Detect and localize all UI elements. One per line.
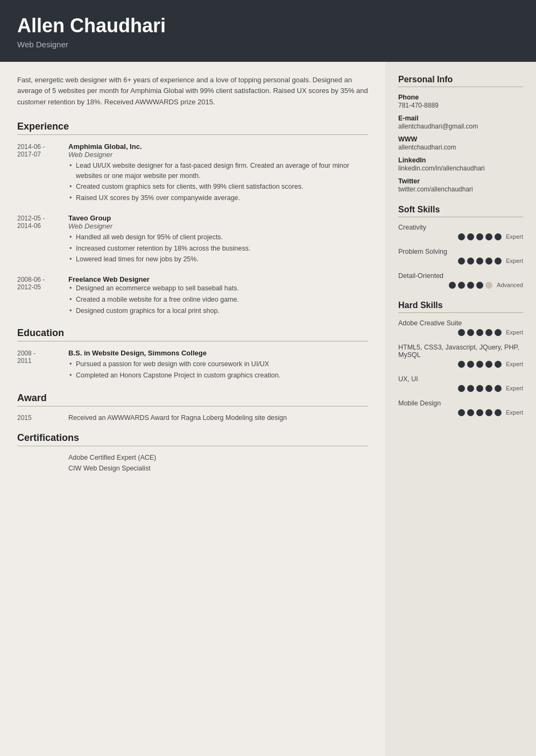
skill-dots-row: Expert	[398, 258, 523, 265]
skill-name: Problem Solving	[398, 248, 523, 255]
linkedin-value: linkedin.com/in/allenchaudhari	[398, 165, 523, 172]
skill-dot-filled	[458, 385, 465, 392]
www-item: WWW allentchaudhari.com	[398, 135, 523, 151]
skill-name: Detail-Oriented	[398, 272, 523, 280]
skill-dot-filled	[476, 282, 483, 289]
skill-level-label: Expert	[506, 409, 523, 416]
candidate-title: Web Designer	[17, 40, 519, 49]
award-text: Received an AWWWARDS Award for Ragna Lob…	[68, 414, 368, 422]
skill-item: UX, UIExpert	[398, 375, 523, 392]
award-section: Award 2015Received an AWWWARDS Award for…	[17, 393, 368, 422]
skill-dot-filled	[467, 329, 474, 336]
summary-text: Fast, energetic web designer with 6+ yea…	[17, 75, 368, 108]
main-layout: Fast, energetic web designer with 6+ yea…	[0, 62, 536, 756]
skill-dot-filled	[476, 385, 483, 392]
skill-dot-filled	[476, 361, 483, 368]
skill-dot-filled	[458, 409, 465, 416]
exp-bullet: Lead UI/UX website designer for a fast-p…	[68, 161, 368, 181]
skill-dot-filled	[485, 385, 492, 392]
skill-dot-filled	[476, 329, 483, 336]
www-value: allentchaudhari.com	[398, 144, 523, 151]
skill-dot-filled	[467, 385, 474, 392]
resume-page: Allen Chaudhari Web Designer Fast, energ…	[0, 0, 536, 756]
skill-dot-filled	[485, 361, 492, 368]
skill-dot-filled	[467, 361, 474, 368]
skill-dot-filled	[449, 282, 456, 289]
exp-bullet: Created custom graphics sets for clients…	[68, 182, 368, 192]
exp-bullet: Raised UX scores by 35% over companywide…	[68, 193, 368, 203]
skill-level-label: Expert	[506, 258, 523, 264]
experience-title: Experience	[17, 121, 368, 135]
certifications-title: Certifications	[17, 432, 368, 446]
skill-dot-filled	[476, 409, 483, 416]
skill-dot-filled	[495, 409, 502, 416]
exp-role: Web Designer	[68, 151, 368, 159]
exp-content: Freelance Web DesignerDesigned an ecomme…	[68, 275, 368, 317]
exp-dates: 2014-06 - 2017-07	[17, 142, 68, 204]
experience-entry: 2014-06 - 2017-07Amphimia Global, Inc.We…	[17, 142, 368, 204]
email-value: allentchaudhari@gmail.com	[398, 123, 523, 130]
skill-item: Mobile DesignExpert	[398, 400, 523, 416]
skill-dot-filled	[485, 409, 492, 416]
skill-item: CreativityExpert	[398, 224, 523, 240]
right-column: Personal Info Phone 781-470-8889 E-mail …	[385, 62, 536, 756]
cert-entry: CIW Web Design Specialist	[17, 465, 368, 472]
skill-item: Detail-OrientedAdvanced	[398, 272, 523, 289]
twitter-item: Twitter twitter.com/allenchaudhari	[398, 177, 523, 193]
experience-section: Experience 2014-06 - 2017-07Amphimia Glo…	[17, 121, 368, 317]
skill-dots-row: Advanced	[398, 282, 523, 289]
skill-level-label: Expert	[506, 385, 523, 391]
cert-entry: Adobe Certified Expert (ACE)	[17, 454, 368, 461]
exp-company: Taveo Group	[68, 214, 368, 222]
skill-dot-filled	[476, 233, 483, 240]
exp-content: Amphimia Global, Inc.Web DesignerLead UI…	[68, 142, 368, 204]
skill-name: Creativity	[398, 224, 523, 231]
skill-dot-filled	[495, 385, 502, 392]
skill-dot-filled	[467, 409, 474, 416]
education-title: Education	[17, 327, 368, 341]
exp-bullet: Created a mobile website for a free onli…	[68, 295, 368, 305]
twitter-label: Twitter	[398, 177, 523, 185]
hard-skills-section: Hard Skills Adobe Creative SuiteExpertHT…	[398, 301, 523, 416]
exp-bullet: Increased customer retention by 18% acro…	[68, 244, 368, 254]
edu-bullet: Pursued a passion for web design with co…	[68, 359, 368, 369]
education-section: Education 2008 - 2011B.S. in Website Des…	[17, 327, 368, 382]
email-item: E-mail allentchaudhari@gmail.com	[398, 115, 523, 130]
skill-item: HTML5, CSS3, Javascript, JQuery, PHP, My…	[398, 344, 523, 368]
skill-level-label: Advanced	[497, 282, 523, 288]
skill-name: UX, UI	[398, 375, 523, 383]
skill-level-label: Expert	[506, 329, 523, 336]
edu-dates: 2008 - 2011	[17, 349, 68, 382]
award-list: 2015Received an AWWWARDS Award for Ragna…	[17, 414, 368, 422]
skill-item: Problem SolvingExpert	[398, 248, 523, 265]
skill-name: Adobe Creative Suite	[398, 319, 523, 327]
phone-value: 781-470-8889	[398, 102, 523, 109]
certifications-list: Adobe Certified Expert (ACE)CIW Web Desi…	[17, 454, 368, 472]
skill-dot-filled	[458, 329, 465, 336]
candidate-name: Allen Chaudhari	[17, 15, 519, 37]
award-year: 2015	[17, 414, 68, 422]
skill-dot-filled	[485, 233, 492, 240]
phone-item: Phone 781-470-8889	[398, 94, 523, 109]
skill-dot-filled	[495, 329, 502, 336]
exp-company: Amphimia Global, Inc.	[68, 142, 368, 151]
certifications-section: Certifications Adobe Certified Expert (A…	[17, 432, 368, 472]
linkedin-item: LinkedIn linkedin.com/in/allenchaudhari	[398, 156, 523, 172]
skill-dot-filled	[458, 282, 465, 289]
exp-content: Taveo GroupWeb DesignerHandled all web d…	[68, 214, 368, 266]
exp-role: Web Designer	[68, 222, 368, 230]
left-column: Fast, energetic web designer with 6+ yea…	[0, 62, 385, 756]
skill-level-label: Expert	[506, 361, 523, 367]
edu-degree: B.S. in Website Design, Simmons College	[68, 349, 368, 357]
skill-dot-filled	[458, 258, 465, 265]
skill-dot-filled	[467, 258, 474, 265]
exp-dates: 2012-05 - 2014-06	[17, 214, 68, 266]
skill-dots-row: Expert	[398, 233, 523, 240]
skill-name: Mobile Design	[398, 400, 523, 407]
skill-level-label: Expert	[506, 233, 523, 240]
education-entry: 2008 - 2011B.S. in Website Design, Simmo…	[17, 349, 368, 382]
experience-entry: 2012-05 - 2014-06Taveo GroupWeb Designer…	[17, 214, 368, 266]
skill-dot-filled	[495, 361, 502, 368]
header: Allen Chaudhari Web Designer	[0, 0, 536, 62]
skill-dot-filled	[458, 233, 465, 240]
